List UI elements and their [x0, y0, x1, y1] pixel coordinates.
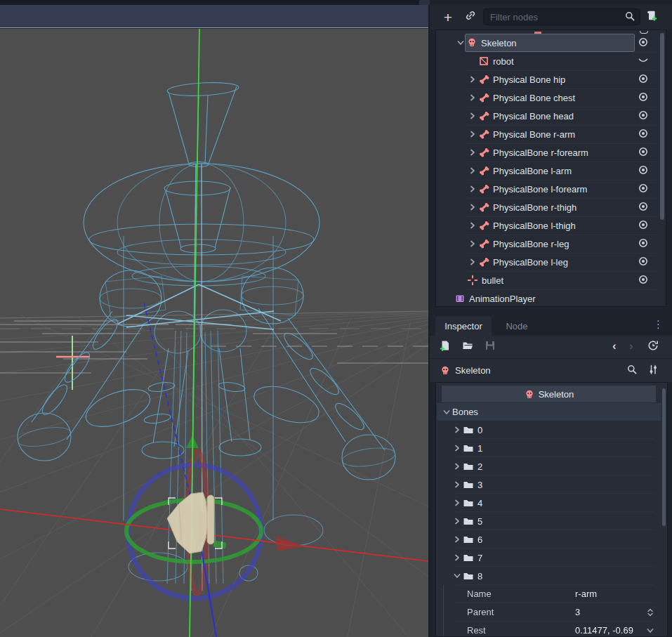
chevron-down-icon[interactable] — [645, 625, 656, 636]
property-row-parent: Parent3 — [436, 603, 661, 622]
tree-scrollbar-thumb[interactable] — [660, 33, 664, 220]
search-icon — [624, 11, 640, 23]
property-search-icon[interactable] — [626, 364, 640, 378]
filter-nodes-input[interactable] — [484, 12, 624, 22]
chevron-right-icon[interactable] — [467, 238, 478, 249]
visibility-visible-icon[interactable] — [638, 256, 650, 268]
inspector-scrollbar[interactable] — [662, 384, 666, 635]
visibility-visible-icon[interactable] — [638, 110, 650, 122]
add-node-button[interactable]: + — [440, 8, 456, 26]
extra-tools-icon[interactable] — [647, 364, 661, 378]
bone-index-label: 3 — [477, 480, 482, 490]
section-bones[interactable]: Bones — [437, 403, 661, 421]
tree-node-skeleton[interactable]: Skeleton — [436, 34, 666, 52]
property-row-rest: Rest0.11477, -0.69 — [436, 622, 661, 637]
bone-item-8[interactable]: 8 — [436, 567, 661, 585]
tree-node-physicalbone-l-arm[interactable]: PhysicalBone l-arm — [436, 162, 666, 180]
chevron-right-icon[interactable] — [452, 442, 463, 454]
instance-scene-button[interactable] — [462, 8, 479, 26]
new-resource-icon[interactable] — [440, 340, 454, 354]
chevron-down-icon[interactable] — [452, 570, 463, 582]
chevron-right-icon[interactable] — [452, 461, 463, 472]
tree-node-physical-bone-head[interactable]: Physical Bone head — [436, 107, 666, 125]
attach-script-button[interactable] — [643, 8, 660, 26]
history-icon[interactable] — [647, 340, 661, 354]
chevron-right-icon[interactable] — [467, 110, 478, 122]
x-axis-arrow[interactable] — [276, 536, 304, 551]
bone-item-7[interactable]: 7 — [436, 549, 661, 567]
chevron-right-icon[interactable] — [467, 256, 478, 268]
visibility-hidden-icon[interactable] — [638, 55, 650, 67]
bone-item-2[interactable]: 2 — [436, 457, 661, 475]
chevron-right-icon[interactable] — [467, 202, 478, 213]
tree-node-physicalbone-l-thigh[interactable]: PhysicalBone l-thigh — [436, 216, 666, 235]
inspector-scrollbar-thumb[interactable] — [662, 388, 666, 526]
chevron-right-icon[interactable] — [467, 74, 478, 85]
chevron-right-icon[interactable] — [467, 129, 478, 140]
tree-node-physical-bone-chest[interactable]: Physical Bone chest — [436, 88, 666, 107]
save-resource-icon[interactable] — [485, 340, 499, 354]
tab-inspector[interactable]: Inspector — [435, 316, 492, 336]
visibility-visible-icon[interactable] — [638, 37, 650, 49]
inspector-object-bar: Skeleton — [430, 358, 672, 382]
chevron-right-icon[interactable] — [452, 479, 463, 490]
chevron-down-icon[interactable] — [455, 37, 466, 48]
visibility-visible-icon[interactable] — [638, 91, 650, 104]
visibility-visible-icon[interactable] — [638, 274, 650, 287]
history-back-icon[interactable]: ‹ — [612, 339, 617, 354]
spinner-updown-icon[interactable] — [645, 607, 656, 618]
chevron-right-icon[interactable] — [467, 147, 478, 158]
tree-node-physical-bone-r-arm[interactable]: Physical Bone r-arm — [436, 125, 666, 143]
folder-icon — [463, 442, 474, 454]
bone-item-6[interactable]: 6 — [436, 530, 661, 549]
tree-node-physicalbone-r-leg[interactable]: PhysicalBone r-leg — [436, 235, 666, 253]
chevron-right-icon[interactable] — [452, 534, 463, 545]
tree-node-bullet[interactable]: bullet — [436, 271, 666, 289]
folder-icon — [463, 570, 474, 582]
tab-menu-icon[interactable]: ⋮ — [653, 318, 664, 331]
tree-scrollbar[interactable] — [660, 32, 664, 305]
visibility-visible-icon[interactable] — [638, 128, 650, 140]
chevron-right-icon[interactable] — [452, 552, 463, 563]
property-value-rest[interactable]: 0.11477, -0.69 — [575, 625, 633, 636]
tree-node-robot[interactable]: robot — [436, 52, 666, 70]
chevron-right-icon[interactable] — [467, 165, 478, 176]
visibility-visible-icon[interactable] — [638, 146, 650, 159]
tree-node-physicalbone-l-forearm[interactable]: PhysicalBone l-forearm — [436, 180, 666, 198]
visibility-visible-icon[interactable] — [638, 164, 650, 177]
visibility-visible-icon[interactable] — [638, 183, 650, 195]
bone-item-4[interactable]: 4 — [436, 494, 661, 512]
tree-node-physical-bone-hip[interactable]: Physical Bone hip — [436, 70, 666, 88]
visibility-visible-icon[interactable] — [638, 237, 650, 250]
bone-item-1[interactable]: 1 — [436, 439, 661, 457]
tree-node-physicalbone-l-leg[interactable]: PhysicalBone l-leg — [436, 253, 666, 271]
tree-node-physicalbone-r-thigh[interactable]: PhysicalBone r-thigh — [436, 198, 666, 216]
tree-node-label: AnimationPlayer — [469, 294, 536, 304]
history-forward-icon[interactable]: › — [629, 339, 633, 354]
property-value-parent[interactable]: 3 — [575, 607, 580, 617]
bone-item-3[interactable]: 3 — [436, 475, 661, 494]
visibility-visible-icon[interactable] — [638, 219, 650, 232]
3d-viewport[interactable] — [0, 29, 428, 637]
tab-node[interactable]: Node — [494, 316, 539, 336]
chevron-right-icon[interactable] — [452, 515, 463, 527]
tree-node-label: bullet — [482, 275, 503, 286]
visibility-visible-icon[interactable] — [638, 201, 650, 214]
chevron-right-icon[interactable] — [452, 424, 463, 435]
tree-node-physicalbone-r-forearm[interactable]: PhysicalBone r-forearm — [436, 143, 666, 162]
bone-icon — [478, 220, 489, 231]
load-resource-icon[interactable] — [462, 340, 476, 354]
property-value-name[interactable]: r-arm — [575, 589, 597, 599]
bone-icon — [478, 92, 489, 103]
visibility-visible-icon[interactable] — [638, 73, 650, 86]
bone-item-5[interactable]: 5 — [436, 512, 661, 530]
chevron-right-icon[interactable] — [452, 497, 463, 508]
property-row-name: Namer-arm — [436, 585, 661, 603]
chevron-right-icon[interactable] — [467, 92, 478, 103]
bone-item-0[interactable]: 0 — [436, 421, 661, 439]
gizmo-plane-handle[interactable] — [213, 541, 226, 549]
tree-node-animationplayer[interactable]: AnimationPlayer — [436, 289, 666, 307]
chevron-right-icon[interactable] — [467, 220, 478, 231]
property-label: Rest — [467, 625, 486, 636]
chevron-right-icon[interactable] — [467, 183, 478, 195]
